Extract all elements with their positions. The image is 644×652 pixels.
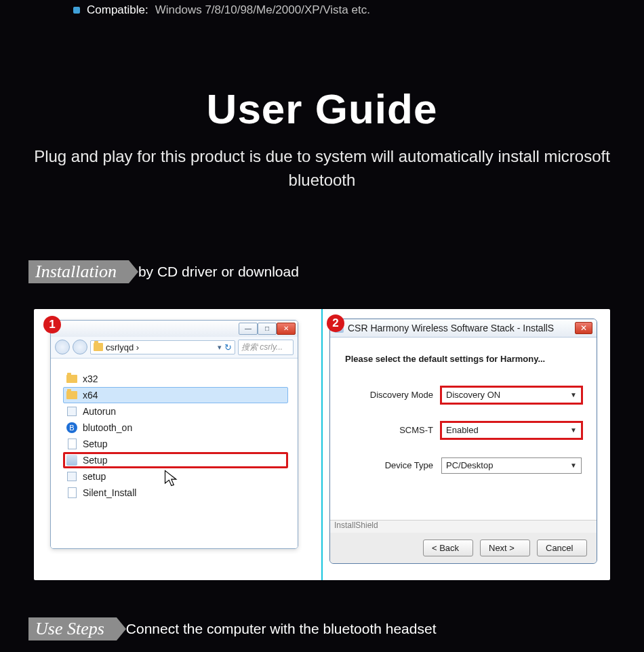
discovery-row: Discovery Mode Discovery ON ▼ bbox=[352, 387, 582, 403]
back-button[interactable]: < Back bbox=[423, 539, 473, 556]
device-label: Device Type bbox=[352, 460, 433, 470]
config-icon bbox=[67, 472, 77, 481]
bullet-icon bbox=[73, 7, 80, 14]
minimize-button[interactable]: — bbox=[239, 323, 258, 335]
hero: User Guide Plug and play for this produc… bbox=[0, 85, 644, 192]
list-item[interactable]: Setup bbox=[63, 436, 288, 452]
nav-forward-icon[interactable] bbox=[73, 340, 87, 354]
maximize-button[interactable]: □ bbox=[258, 323, 277, 335]
cancel-button[interactable]: Cancel bbox=[537, 539, 587, 556]
chevron-down-icon: ▼ bbox=[570, 426, 577, 434]
panel-step1: 1 — □ ✕ csrlyqd › ▾ ↻ 搜索 csrly... x32 bbox=[34, 309, 323, 580]
chevron-down-icon: ▼ bbox=[570, 391, 577, 399]
list-item[interactable]: Bblutooth_on bbox=[63, 420, 288, 436]
list-item[interactable]: x64 bbox=[63, 387, 288, 403]
installation-chip: Installation bbox=[28, 260, 129, 283]
titlebar: — □ ✕ bbox=[51, 321, 298, 337]
device-dropdown[interactable]: PC/Desktop ▼ bbox=[441, 457, 582, 474]
nav-back-icon[interactable] bbox=[55, 340, 70, 354]
address-bar: csrlyqd › ▾ ↻ 搜索 csrly... bbox=[51, 337, 298, 359]
panel-step2: 2 CSR Harmony Wireless Software Stack - … bbox=[323, 309, 610, 580]
search-input[interactable]: 搜索 csrly... bbox=[238, 340, 294, 355]
step1-badge: 1 bbox=[43, 316, 61, 333]
discovery-label: Discovery Mode bbox=[352, 390, 433, 400]
breadcrumb[interactable]: csrlyqd › ▾ ↻ bbox=[90, 340, 235, 354]
list-item[interactable]: x32 bbox=[63, 371, 288, 387]
installation-header: Installation by CD driver or download bbox=[28, 260, 644, 283]
discovery-dropdown[interactable]: Discovery ON ▼ bbox=[441, 387, 582, 403]
installer-buttons: < Back Next > Cancel bbox=[330, 533, 597, 563]
compatible-line: Compatible: Windows 7/8/10/98/Me/2000/XP… bbox=[0, 0, 644, 17]
chevron-down-icon: ▼ bbox=[570, 462, 577, 469]
compatible-label: Compatible: bbox=[87, 3, 148, 17]
device-row: Device Type PC/Desktop ▼ bbox=[352, 457, 582, 474]
close-button[interactable]: ✕ bbox=[277, 323, 296, 335]
list-item[interactable]: Autorun bbox=[63, 403, 288, 420]
step2-badge: 2 bbox=[327, 314, 344, 332]
installer-heading: Please select the default settings for H… bbox=[345, 354, 582, 364]
folder-icon bbox=[94, 343, 103, 351]
use-steps-header: Use Steps Connect the computer with the … bbox=[28, 617, 644, 640]
installer-titlebar: CSR Harmony Wireless Software Stack - In… bbox=[330, 319, 597, 338]
use-steps-text: Connect the computer with the bluetooth … bbox=[126, 621, 437, 637]
breadcrumb-text: csrlyqd › bbox=[106, 342, 139, 352]
setup-icon bbox=[66, 455, 77, 466]
file-list: x32 x64 Autorun Bblutooth_on Setup Setup… bbox=[51, 359, 298, 548]
installer-title: CSR Harmony Wireless Software Stack - In… bbox=[348, 323, 554, 333]
next-button[interactable]: Next > bbox=[480, 539, 530, 556]
file-icon bbox=[68, 487, 77, 498]
chevron-down-icon[interactable]: ▾ bbox=[218, 343, 222, 352]
scms-row: SCMS-T Enabled ▼ bbox=[352, 422, 582, 439]
installer-window: CSR Harmony Wireless Software Stack - In… bbox=[329, 319, 597, 564]
installation-text: by CD driver or download bbox=[138, 264, 299, 280]
page-title: User Guide bbox=[0, 85, 644, 133]
explorer-window: — □ ✕ csrlyqd › ▾ ↻ 搜索 csrly... x32 x64 … bbox=[50, 320, 298, 549]
installshield-label: InstallShield bbox=[330, 521, 597, 533]
refresh-icon[interactable]: ↻ bbox=[224, 342, 232, 352]
config-icon bbox=[67, 407, 77, 416]
close-button[interactable]: ✕ bbox=[575, 322, 592, 334]
folder-icon bbox=[66, 375, 77, 383]
folder-icon bbox=[66, 391, 77, 399]
scms-label: SCMS-T bbox=[352, 425, 433, 435]
cursor-icon bbox=[163, 469, 182, 488]
scms-dropdown[interactable]: Enabled ▼ bbox=[441, 422, 582, 439]
file-icon bbox=[68, 439, 77, 449]
use-steps-chip: Use Steps bbox=[28, 617, 117, 640]
panels: 1 — □ ✕ csrlyqd › ▾ ↻ 搜索 csrly... x32 bbox=[34, 309, 610, 580]
compatible-text: Windows 7/8/10/98/Me/2000/XP/Vista etc. bbox=[155, 3, 370, 17]
installer-body: Please select the default settings for H… bbox=[330, 338, 597, 521]
bluetooth-icon: B bbox=[66, 422, 77, 433]
page-subtitle: Plug and play for this product is due to… bbox=[0, 145, 644, 192]
list-item-highlighted[interactable]: Setup bbox=[63, 452, 288, 468]
